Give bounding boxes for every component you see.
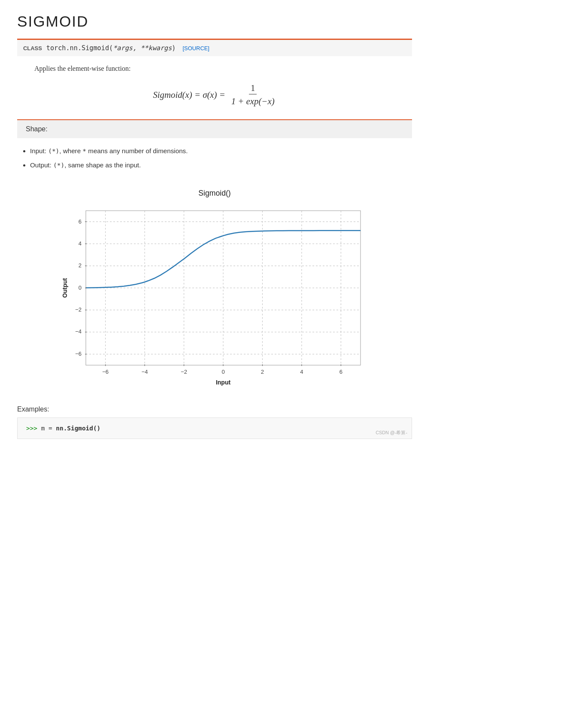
page-title: SIGMOID — [17, 13, 412, 30]
list-item: Input: (*), where * means any number of … — [30, 145, 412, 157]
source-link[interactable]: [SOURCE] — [183, 45, 209, 51]
class-signature: torch.nn.Sigmoid(*args, **kwargs) — [46, 44, 176, 52]
svg-text:2: 2 — [79, 262, 82, 269]
svg-text:4: 4 — [79, 240, 82, 247]
description-text: Applies the element-wise function: — [34, 65, 412, 73]
svg-text:6: 6 — [79, 218, 82, 225]
code-prompt: >>> — [26, 425, 41, 432]
formula-fraction: 1 1 + exp(−x) — [230, 83, 276, 106]
svg-text:−2: −2 — [75, 306, 82, 313]
code-block: >>> m = nn.Sigmoid() CSDN @-希算- — [17, 418, 412, 439]
formula-block: Sigmoid(x) = σ(x) = 1 1 + exp(−x) — [17, 83, 412, 106]
code-content: m = nn.Sigmoid() — [41, 425, 101, 432]
svg-text:0: 0 — [79, 284, 82, 291]
svg-text:6: 6 — [339, 369, 342, 375]
svg-text:−6: −6 — [102, 369, 109, 375]
class-badge: CLASS — [23, 45, 42, 51]
svg-text:Input: Input — [216, 379, 231, 386]
formula-numerator: 1 — [249, 83, 257, 94]
svg-text:−4: −4 — [75, 328, 82, 335]
chart-container: −6 −4 −2 0 2 4 6 6 4 — [60, 202, 369, 391]
svg-text:2: 2 — [261, 369, 264, 375]
svg-text:Output: Output — [61, 278, 68, 297]
formula-denominator: 1 + exp(−x) — [230, 95, 276, 106]
shape-section: Shape: — [17, 120, 412, 138]
shape-label: Shape: — [26, 125, 48, 133]
examples-label: Examples: — [17, 405, 412, 413]
formula-left: Sigmoid(x) = σ(x) = — [153, 90, 225, 100]
signature-text: torch.nn.Sigmoid(*args, **kwargs) — [46, 44, 176, 52]
watermark: CSDN @-希算- — [376, 430, 407, 436]
class-header: CLASS torch.nn.Sigmoid(*args, **kwargs) … — [17, 39, 412, 56]
shape-list: Input: (*), where * means any number of … — [30, 145, 412, 172]
chart-title: Sigmoid() — [17, 189, 412, 198]
svg-text:4: 4 — [300, 369, 303, 375]
svg-text:−2: −2 — [181, 369, 187, 375]
svg-text:−4: −4 — [142, 369, 148, 375]
svg-text:−6: −6 — [75, 351, 82, 357]
sigmoid-chart: −6 −4 −2 0 2 4 6 6 4 — [60, 202, 369, 391]
list-item: Output: (*), same shape as the input. — [30, 159, 412, 172]
chart-section: Sigmoid() — [17, 189, 412, 393]
svg-text:0: 0 — [221, 369, 224, 375]
